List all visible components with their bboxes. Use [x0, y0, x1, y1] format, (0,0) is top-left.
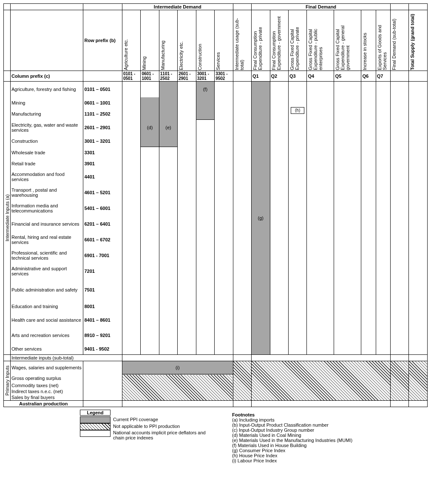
col-q4: Gross Fixed Capital Expenditure - public… [308, 11, 323, 70]
side-primary-inputs: Primary Inputs [5, 362, 10, 400]
col-fd-subtotal: Final Demand (sub-total) [391, 11, 397, 70]
legend: Legend Current PPI coverage Not applicab… [80, 410, 207, 463]
col-q1: Final Consumption Expenditure - private [252, 11, 263, 70]
legend-swatch-hatch [80, 423, 111, 430]
col-q3: Gross Fixed Capital Expenditure - privat… [289, 11, 300, 70]
note-d: (d) [141, 119, 159, 135]
legend-swatch-white [80, 430, 111, 437]
hdr-final-demand: Final Demand [252, 4, 391, 10]
col-q6: Increase in stocks [362, 11, 367, 70]
note-i: (i) [122, 361, 233, 374]
note-g: (g) [252, 82, 270, 355]
col-electricity: Electricity etc. [179, 11, 184, 70]
subtotal-row: Intermediate inputs (sub-total) [11, 355, 122, 361]
col-agriculture: Agriculture etc. [123, 11, 128, 70]
hdr-intermediate-demand: Intermediate Demand [122, 4, 233, 10]
note-f: (f) [196, 82, 214, 97]
col-manufacturing: Manufacturing [160, 11, 165, 70]
note-h: (h) [291, 107, 304, 114]
aus-production: Australian production [4, 401, 83, 407]
col-intermediate-usage: Intermediate usage (sub-total) [234, 11, 244, 70]
note-e: (e) [159, 119, 177, 135]
col-q7: Exports of Goods and Services [377, 11, 387, 70]
col-q2: Final Consumption Expenditure - governme… [271, 11, 281, 70]
row-label: Agriculture, forestry and fishing [11, 82, 83, 97]
side-intermediate-inputs: Intermediate Inputs (a) [5, 82, 10, 354]
col-services: Services [216, 11, 221, 70]
legend-swatch-grey [80, 416, 111, 423]
col-q5: Gross Fixed Capital Expenditure - genera… [335, 11, 350, 70]
col-construction: Construction [197, 11, 202, 70]
row-prefix-b: Row prefix (b) [83, 10, 122, 71]
col-total-supply: Total Supply (grand total) [410, 11, 415, 70]
column-prefix-c: Column prefix (c) [11, 71, 83, 82]
io-table: Intermediate Demand Final Demand Row pre… [3, 3, 428, 407]
footnotes: Footnotes (a) Including imports (b) Inpu… [232, 412, 352, 463]
col-mining: Mining [142, 11, 147, 70]
